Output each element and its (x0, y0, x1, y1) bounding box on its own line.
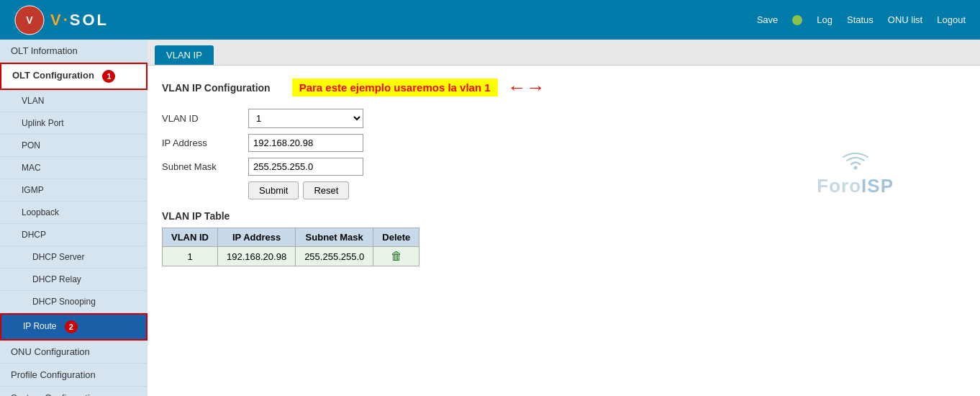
content-area: VLAN IP Configuration Para este ejemplo … (148, 66, 980, 277)
status-indicator (792, 15, 802, 25)
subnet-mask-label: Subnet Mask (162, 161, 248, 172)
sidebar-item-profile-configuration[interactable]: Profile Configuration (0, 364, 148, 387)
sidebar-item-dhcp-snooping[interactable]: DHCP Snooping (0, 291, 148, 313)
table-row: 1 192.168.20.98 255.255.255.0 🗑 (163, 247, 419, 266)
sidebar-item-dhcp[interactable]: DHCP (0, 224, 148, 246)
submit-button[interactable]: Submit (248, 181, 299, 199)
col-delete: Delete (373, 228, 419, 247)
layout: OLT Information OLT Configuration 1 VLAN… (0, 40, 980, 396)
log-link[interactable]: Log (817, 14, 832, 25)
tab-bar: VLAN IP (148, 40, 980, 66)
cell-delete: 🗑 (373, 247, 419, 266)
logo-text: V·SOL (50, 11, 109, 30)
ip-address-label: IP Address (162, 138, 248, 148)
watermark: ForoISP (817, 152, 894, 197)
sidebar-item-onu-configuration[interactable]: ONU Configuration (0, 341, 148, 364)
cell-vlan-id: 1 (163, 247, 218, 266)
sidebar-item-dhcp-relay[interactable]: DHCP Relay (0, 269, 148, 291)
svg-point-2 (853, 166, 857, 170)
col-subnet-mask: Subnet Mask (296, 228, 373, 247)
header-nav: Save Log Status ONU list Logout (757, 14, 966, 25)
vlan-id-select[interactable]: 1 (248, 109, 363, 128)
sidebar-item-dhcp-server[interactable]: DHCP Server (0, 246, 148, 269)
sidebar-item-pon[interactable]: PON (0, 135, 148, 157)
save-button[interactable]: Save (757, 14, 779, 25)
vlan-id-row: VLAN ID 1 (162, 109, 966, 128)
watermark-wifi-icon (841, 152, 870, 174)
ip-address-row: IP Address (162, 134, 966, 152)
reset-button[interactable]: Reset (303, 181, 349, 199)
sidebar-item-ip-route[interactable]: IP Route 2 (0, 313, 148, 341)
sidebar-item-olt-information[interactable]: OLT Information (0, 40, 148, 63)
badge-1: 1 (102, 70, 115, 83)
cell-ip-address: 192.168.20.98 (218, 247, 296, 266)
col-vlan-id: VLAN ID (163, 228, 218, 247)
sidebar-item-loopback[interactable]: Loopback (0, 202, 148, 224)
logout-link[interactable]: Logout (937, 14, 966, 25)
vsol-logo-icon: V (14, 5, 45, 35)
badge-2: 2 (65, 320, 78, 333)
sidebar-item-igmp[interactable]: IGMP (0, 179, 148, 202)
main-content: VLAN IP VLAN IP Configuration Para este … (148, 40, 980, 396)
svg-text:V: V (26, 14, 33, 26)
col-ip-address: IP Address (218, 228, 296, 247)
logo: V V·SOL (14, 5, 109, 35)
delete-row-button[interactable]: 🗑 (391, 250, 402, 263)
cell-subnet-mask: 255.255.255.0 (296, 247, 373, 266)
status-link[interactable]: Status (847, 14, 874, 25)
sidebar-item-vlan[interactable]: VLAN (0, 90, 148, 112)
watermark-text: ForoISP (817, 175, 894, 197)
vlan-ip-table: VLAN ID IP Address Subnet Mask Delete 1 … (162, 228, 419, 266)
sidebar-item-system-configuration[interactable]: System Configuration (0, 387, 148, 396)
sidebar: OLT Information OLT Configuration 1 VLAN… (0, 40, 148, 396)
tab-vlan-ip[interactable]: VLAN IP (155, 45, 214, 65)
sidebar-item-olt-configuration[interactable]: OLT Configuration 1 (0, 63, 148, 90)
annotation-arrow: ←→ (508, 76, 545, 99)
subnet-mask-input[interactable] (248, 158, 363, 176)
section-title: VLAN IP Configuration (162, 82, 271, 94)
sidebar-item-mac[interactable]: MAC (0, 157, 148, 179)
onu-list-link[interactable]: ONU list (888, 14, 922, 25)
vlan-id-label: VLAN ID (162, 113, 248, 124)
ip-address-input[interactable] (248, 134, 363, 152)
sidebar-item-uplink-port[interactable]: Uplink Port (0, 112, 148, 135)
table-title: VLAN IP Table (162, 210, 966, 222)
annotation-text: Para este ejemplo usaremos la vlan 1 (292, 78, 498, 96)
header: V V·SOL Save Log Status ONU list Logout (0, 0, 980, 40)
